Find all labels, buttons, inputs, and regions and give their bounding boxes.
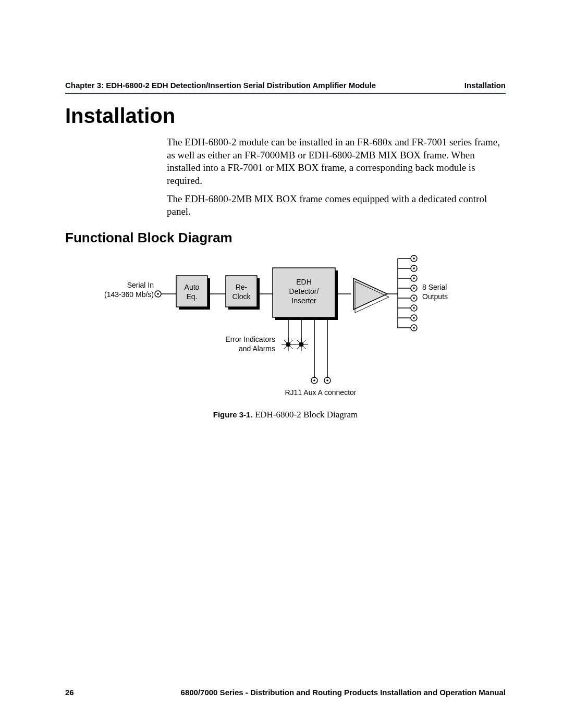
content-area: Installation The EDH-6800-2 module can b… (65, 104, 506, 420)
header-rule (65, 93, 506, 94)
diagram-block-edh-line2: Detector/ (289, 287, 319, 295)
svg-point-1 (157, 293, 159, 295)
diagram-block-auto-eq-line1: Auto (184, 283, 199, 291)
header-section: Installation (464, 81, 506, 90)
diagram-label-outputs-line2: Outputs (422, 292, 448, 301)
body-paragraph: The EDH-6800-2MB MIX BOX frame comes equ… (65, 193, 506, 218)
svg-point-57 (326, 379, 328, 381)
diagram-label-bitrate: (143-360 Mb/s) (104, 290, 154, 299)
header-chapter: Chapter 3: EDH-6800-2 EDH Detection/Inse… (65, 81, 376, 90)
alarm-indicator-icon (295, 338, 308, 351)
page-header: Chapter 3: EDH-6800-2 EDH Detection/Inse… (65, 81, 506, 94)
body-paragraph: The EDH-6800-2 module can be installed i… (65, 136, 506, 188)
svg-rect-4 (176, 276, 207, 307)
diagram-block-auto-eq-line2: Eq. (186, 292, 197, 301)
diagram-label-rj11: RJ11 Aux A connector (285, 388, 356, 397)
svg-point-36 (413, 317, 415, 319)
diagram-block-edh-line1: EDH (296, 278, 312, 286)
figure-number: Figure 3-1. (213, 410, 253, 419)
svg-rect-7 (226, 276, 257, 307)
block-diagram: Serial In (143-360 Mb/s) Auto Eq. Re- Cl… (65, 253, 506, 420)
footer-manual-title: 6800/7000 Series - Distribution and Rout… (181, 688, 506, 697)
svg-point-27 (413, 287, 415, 289)
figure-title: EDH-6800-2 Block Diagram (253, 410, 358, 419)
svg-point-24 (413, 277, 415, 279)
diagram-block-reclock-line1: Re- (235, 283, 247, 291)
diagram-label-serial-in: Serial In (127, 281, 153, 289)
diagram-block-edh-line3: Inserter (291, 297, 316, 305)
page-footer: 26 6800/7000 Series - Distribution and R… (65, 688, 506, 697)
page-title: Installation (65, 104, 506, 128)
alarm-indicator-icon (282, 338, 295, 351)
svg-point-33 (413, 307, 415, 309)
page: Chapter 3: EDH-6800-2 EDH Detection/Inse… (0, 0, 563, 728)
diagram-label-indicators-line2: and Alarms (238, 344, 275, 353)
svg-point-39 (413, 327, 415, 329)
page-number: 26 (65, 688, 74, 697)
diagram-block-reclock-line2: Clock (232, 292, 251, 301)
block-diagram-svg: Serial In (143-360 Mb/s) Auto Eq. Re- Cl… (95, 253, 476, 404)
diagram-label-outputs-line1: 8 Serial (422, 283, 447, 291)
svg-point-30 (413, 297, 415, 299)
svg-point-21 (413, 267, 415, 269)
svg-point-55 (313, 379, 315, 381)
section-heading: Functional Block Diagram (65, 230, 506, 246)
svg-point-18 (413, 257, 415, 260)
diagram-label-indicators-line1: Error Indicators (225, 335, 275, 343)
figure-caption: Figure 3-1. EDH-6800-2 Block Diagram (65, 410, 506, 420)
diagram-outputs (398, 255, 417, 331)
